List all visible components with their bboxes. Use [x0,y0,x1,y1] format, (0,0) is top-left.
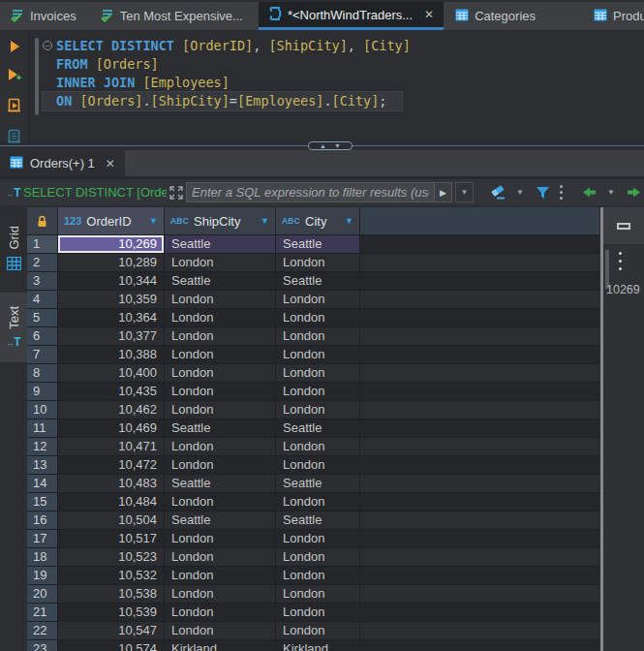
shipcity-cell[interactable]: London [165,585,276,604]
expand-icon[interactable] [167,186,186,200]
editor-tab--northwindtraders-[interactable]: *<NorthWindTraders... ✕ [259,2,444,30]
editor-results-splitter[interactable]: ▲ ▼ [0,141,644,150]
city-cell[interactable]: London [276,567,360,585]
editor-tab-categories[interactable]: Categories [445,2,545,30]
shipcity-cell[interactable]: Seattle [165,272,276,291]
sql-editor[interactable]: – SELECT DISTINCT [OrderID], [ShipCity],… [0,32,644,141]
grid-corner-lock[interactable] [27,207,58,235]
city-cell[interactable]: London [276,309,360,327]
filter-funnel-icon[interactable] [530,182,555,203]
splitter-collapse-control[interactable]: ▲ ▼ [308,141,353,150]
city-cell[interactable]: London [276,585,360,604]
orderid-cell[interactable]: 10,532 [58,567,165,585]
editor-tab-ten-most-expensive-[interactable]: Ten Most Expensive... [90,2,253,30]
orderid-cell[interactable]: 10,364 [58,309,165,327]
editor-tab-invoices[interactable]: Invoices [0,2,86,30]
shipcity-cell[interactable]: London [165,383,276,401]
row-number-cell[interactable]: 15 [27,493,58,512]
orderid-cell[interactable]: 10,574 [58,640,165,651]
orderid-cell[interactable]: 10,484 [58,493,165,512]
row-number-cell[interactable]: 9 [27,383,58,401]
orderid-cell[interactable]: 10,471 [58,438,165,456]
shipcity-cell[interactable]: Seattle [165,235,276,254]
orderid-cell[interactable]: 10,388 [58,346,165,364]
shipcity-cell[interactable]: London [165,438,276,456]
next-result-icon[interactable] [621,182,644,203]
minimize-panel-icon[interactable] [617,223,630,230]
navigation-dropdown[interactable]: ▼ [601,182,621,203]
shipcity-cell[interactable]: London [165,309,276,327]
row-number-cell[interactable]: 6 [27,327,58,346]
orderid-cell[interactable]: 10,400 [58,364,165,383]
code-line[interactable]: INNER JOIN [Employees] [56,74,636,92]
city-cell[interactable]: London [276,493,360,512]
row-number-cell[interactable]: 3 [27,272,58,291]
apply-filter-button[interactable]: ▶ [434,182,452,202]
shipcity-cell[interactable]: London [165,604,276,622]
orderid-cell[interactable]: 10,538 [58,585,165,604]
sql-code[interactable]: SELECT DISTINCT [OrderID], [ShipCity], [… [56,37,636,110]
orderid-cell[interactable]: 10,483 [58,475,165,493]
row-number-cell[interactable]: 1 [27,235,58,254]
orderid-cell[interactable]: 10,269 [58,235,165,254]
city-cell[interactable]: London [276,438,360,456]
row-number-cell[interactable]: 22 [27,622,58,640]
erase-options-dropdown[interactable]: ▼ [510,182,530,203]
row-number-cell[interactable]: 20 [27,585,58,604]
orderid-cell[interactable]: 10,469 [58,419,165,438]
tab-grid[interactable]: Grid [0,207,27,293]
city-cell[interactable]: London [276,548,360,567]
code-fold-icon[interactable]: – [43,41,52,50]
row-number-cell[interactable]: 2 [27,254,58,272]
column-dropdown-icon[interactable]: ▼ [149,216,158,226]
orderid-cell[interactable]: 10,539 [58,604,165,622]
code-line[interactable]: SELECT DISTINCT [OrderID], [ShipCity], [… [56,37,636,55]
city-cell[interactable]: London [276,364,360,383]
orderid-cell[interactable]: 10,344 [58,272,165,291]
orderid-cell[interactable]: 10,504 [58,512,165,530]
shipcity-cell[interactable]: London [165,456,276,475]
collapse-up-icon[interactable]: ▲ [320,142,326,149]
erase-filter-icon[interactable] [485,182,510,203]
city-cell[interactable]: London [276,530,360,548]
city-cell[interactable]: London [276,622,360,640]
shipcity-cell[interactable]: London [165,548,276,567]
shipcity-cell[interactable]: London [165,401,276,419]
execute-new-tab-button[interactable] [7,69,22,86]
city-cell[interactable]: London [276,254,360,272]
row-number-cell[interactable]: 12 [27,438,58,456]
row-number-cell[interactable]: 8 [27,364,58,383]
shipcity-cell[interactable]: London [165,530,276,548]
row-number-cell[interactable]: 7 [27,346,58,364]
row-number-cell[interactable]: 16 [27,512,58,530]
orderid-cell[interactable]: 10,435 [58,383,165,401]
shipcity-cell[interactable]: London [165,493,276,512]
tab-text[interactable]: Text ↔T [0,293,27,362]
collapse-down-icon[interactable]: ▼ [334,142,341,149]
orderid-cell[interactable]: 10,517 [58,530,165,548]
column-header-city[interactable]: ABC City ▼ [276,207,360,235]
row-number-cell[interactable]: 14 [27,475,58,493]
row-number-cell[interactable]: 18 [27,548,58,567]
shipcity-cell[interactable]: Seattle [165,512,276,530]
row-number-cell[interactable]: 10 [27,401,58,419]
filter-history-dropdown[interactable]: ▼ [455,182,474,202]
row-number-cell[interactable]: 21 [27,604,58,622]
shipcity-cell[interactable]: London [165,254,276,272]
orderid-cell[interactable]: 10,523 [58,548,165,567]
code-line[interactable]: ON [Orders].[ShipCity]=[Employees].[City… [56,92,636,110]
shipcity-cell[interactable]: Seattle [165,419,276,438]
city-cell[interactable]: Seattle [276,235,360,254]
column-dropdown-icon[interactable]: ▼ [345,216,353,226]
row-number-cell[interactable]: 23 [27,640,58,651]
previous-result-icon[interactable] [576,182,601,203]
orderid-cell[interactable]: 10,462 [58,401,165,419]
shipcity-cell[interactable]: London [165,567,276,585]
city-cell[interactable]: Seattle [276,475,360,493]
city-cell[interactable]: Seattle [276,419,360,438]
shipcity-cell[interactable]: London [165,291,276,309]
row-number-cell[interactable]: 11 [27,419,58,438]
row-number-cell[interactable]: 4 [27,291,58,309]
city-cell[interactable]: Kirkland [276,640,360,651]
shipcity-cell[interactable]: Kirkland [165,640,276,651]
